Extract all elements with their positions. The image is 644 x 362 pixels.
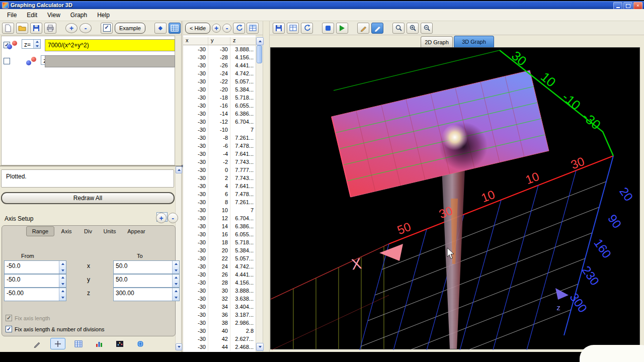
table-row[interactable]: -30 30 3.888... <box>183 287 256 295</box>
spinner[interactable] <box>59 275 66 287</box>
add-axis-button[interactable]: + <box>156 213 167 223</box>
fix-axis-divisions-checkbox[interactable]: ✓ <box>6 326 12 332</box>
draw-tool-button[interactable] <box>30 338 45 349</box>
remove-axis-button[interactable]: - <box>168 213 178 223</box>
table-row[interactable]: -30 34 3.404... <box>183 303 256 311</box>
play-rotation-button[interactable] <box>336 23 348 34</box>
table-row[interactable]: -30 38 2.986... <box>183 319 256 327</box>
table-row[interactable]: -30 -6 7.478... <box>183 142 256 150</box>
copy-graph-button[interactable] <box>287 23 299 34</box>
table-row[interactable]: -30 24 4.742... <box>183 262 256 270</box>
recalculate-button[interactable] <box>233 23 245 34</box>
menu-file[interactable]: File <box>2 10 22 20</box>
table-row[interactable]: -30 -16 6.055... <box>183 102 256 110</box>
table-row[interactable]: -30 26 4.441... <box>183 270 256 279</box>
trace-tool-button[interactable] <box>357 23 369 34</box>
save-button[interactable] <box>30 23 42 34</box>
table-row[interactable]: -30 40 2.8 <box>183 327 256 335</box>
fix-axis-length-checkbox[interactable]: ✓ <box>6 315 12 321</box>
table-row[interactable]: -30 44 2.468... <box>183 343 256 351</box>
range-from-field[interactable]: -50.0 <box>4 274 66 288</box>
table-row[interactable]: -30 -24 4.742... <box>183 69 256 77</box>
tab-3d-graph[interactable]: 3D Graph <box>454 36 494 47</box>
table-row[interactable]: -30 20 5.384... <box>183 246 256 254</box>
close-button[interactable]: × <box>633 2 642 10</box>
tab-axis[interactable]: Axis <box>55 226 77 236</box>
table-scrollbar[interactable] <box>256 37 263 351</box>
table-row[interactable]: -30 18 5.718... <box>183 238 256 246</box>
range-from-field[interactable]: -50.0 <box>4 260 66 274</box>
tab-appear[interactable]: Appear <box>122 226 151 236</box>
equation2-input[interactable] <box>45 55 175 67</box>
spinner[interactable] <box>172 288 179 301</box>
table-row[interactable]: -30 -8 7.261... <box>183 134 256 142</box>
crosshair-tool-button[interactable] <box>50 338 65 349</box>
table-row[interactable]: -30 -18 5.718... <box>183 94 256 102</box>
chart-tool-button[interactable] <box>92 338 107 349</box>
tab-units[interactable]: Units <box>99 226 121 236</box>
column-header-z[interactable]: z <box>230 37 256 45</box>
spinner[interactable] <box>172 275 179 287</box>
tab-2d-graph[interactable]: 2D Graph <box>421 36 453 47</box>
range-from-field[interactable]: -50.00 <box>4 288 66 301</box>
tab-div[interactable]: Div <box>78 226 98 236</box>
table-row[interactable]: -30 -10 7 <box>183 126 256 134</box>
table-row[interactable]: -30 -26 4.441... <box>183 61 256 69</box>
table-row[interactable]: -30 16 6.055... <box>183 230 256 238</box>
refresh-graph-button[interactable] <box>301 23 313 34</box>
scrollbar-thumb[interactable] <box>257 45 262 63</box>
redraw-all-button[interactable]: Redraw All <box>1 192 175 204</box>
print-button[interactable] <box>44 23 56 34</box>
check-equations-button[interactable]: ✓ <box>101 23 113 34</box>
show-table-button[interactable] <box>169 23 181 34</box>
scroll-up-icon[interactable] <box>256 37 264 45</box>
table-row[interactable]: -30 6 7.478... <box>183 190 256 198</box>
table-row[interactable]: -30 4 7.641... <box>183 182 256 190</box>
equation2-checkbox[interactable] <box>4 58 10 64</box>
scatter-tool-button[interactable] <box>112 338 127 349</box>
zoom-tool-button[interactable] <box>392 23 405 34</box>
left-panel-scrollbar[interactable] <box>175 166 181 350</box>
table-row[interactable]: -30 14 6.386... <box>183 222 256 230</box>
plot-button[interactable]: ◆ <box>154 23 167 34</box>
menu-view[interactable]: View <box>42 10 65 20</box>
table-row[interactable]: -30 22 5.057... <box>183 254 256 262</box>
spinner[interactable] <box>33 40 40 48</box>
table-row[interactable]: -30 42 2.627... <box>183 335 256 343</box>
table-row[interactable]: -30 36 3.187... <box>183 311 256 319</box>
table-row[interactable]: -30 -20 5.384... <box>183 85 256 94</box>
scroll-up-icon[interactable] <box>176 166 182 173</box>
zoom-out-button[interactable] <box>421 23 433 34</box>
table-row[interactable]: -30 2 7.743... <box>183 174 256 182</box>
splitter-right[interactable] <box>263 21 270 352</box>
add-equation-button[interactable]: + <box>65 23 77 33</box>
menu-help[interactable]: Help <box>92 10 115 20</box>
minimize-button[interactable] <box>613 2 622 10</box>
table-row[interactable]: -30 -4 7.641... <box>183 150 256 158</box>
scroll-down-icon[interactable] <box>256 343 264 351</box>
table-row[interactable]: -30 -12 6.704... <box>183 118 256 126</box>
zoom-in-button[interactable] <box>407 23 419 34</box>
save-image-button[interactable] <box>273 23 285 34</box>
remove-equation-button[interactable]: - <box>79 23 92 33</box>
equation1-input[interactable]: 7000/(x^2+y^2) <box>45 39 175 51</box>
graph-3d-view[interactable]: 30 10 -10 -30 30 10 10 30 50 20 90 160 2… <box>270 47 640 349</box>
menu-graph[interactable]: Graph <box>65 10 92 20</box>
range-to-field[interactable]: 300.00 <box>113 288 180 301</box>
table-row[interactable]: -30 -22 5.057... <box>183 77 256 85</box>
spinner[interactable] <box>59 288 66 301</box>
column-header-x[interactable]: x <box>183 37 208 45</box>
table-row[interactable]: -30 8 7.261... <box>183 198 256 206</box>
maximize-button[interactable] <box>623 2 632 10</box>
tab-range[interactable]: Range <box>26 226 54 236</box>
range-to-field[interactable]: 50.0 <box>113 260 180 274</box>
table-zoom-out-button[interactable]: - <box>222 24 231 33</box>
stop-rotation-button[interactable] <box>322 23 334 34</box>
table-row[interactable]: -30 0 7.777... <box>183 166 256 174</box>
globe-tool-button[interactable] <box>133 338 148 349</box>
new-file-button[interactable] <box>2 23 14 34</box>
spinner[interactable] <box>172 261 179 274</box>
table-row[interactable]: -30 10 7 <box>183 206 256 214</box>
table-tool-button[interactable] <box>71 338 86 349</box>
table-row[interactable]: -30 12 6.704... <box>183 214 256 222</box>
